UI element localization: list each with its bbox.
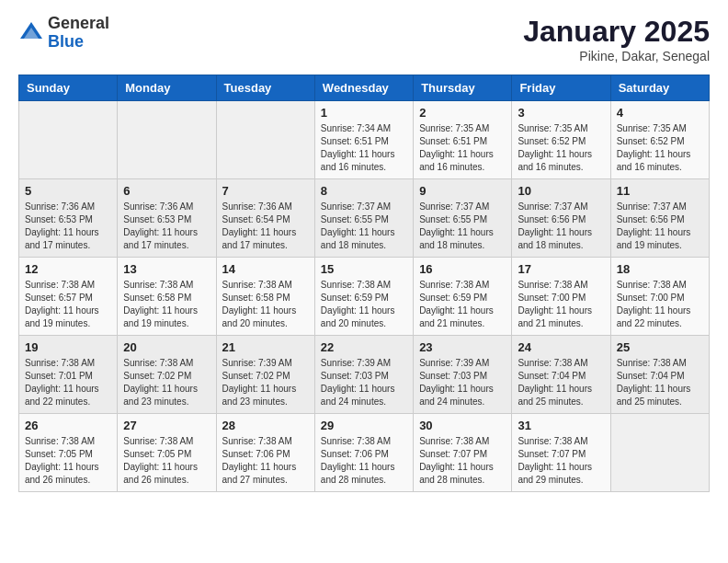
day-number: 27	[123, 419, 210, 432]
calendar: Sunday Monday Tuesday Wednesday Thursday…	[18, 75, 710, 492]
calendar-week-row: 1Sunrise: 7:34 AM Sunset: 6:51 PM Daylig…	[19, 101, 710, 179]
day-info: Sunrise: 7:34 AM Sunset: 6:51 PM Dayligh…	[321, 122, 407, 174]
day-info: Sunrise: 7:38 AM Sunset: 7:07 PM Dayligh…	[518, 435, 604, 487]
logo-icon	[18, 20, 44, 46]
table-row: 13Sunrise: 7:38 AM Sunset: 6:58 PM Dayli…	[118, 258, 216, 336]
day-number: 10	[518, 184, 604, 198]
day-number: 30	[419, 419, 506, 432]
day-number: 4	[617, 106, 703, 120]
day-number: 18	[617, 262, 703, 276]
table-row: 10Sunrise: 7:37 AM Sunset: 6:56 PM Dayli…	[512, 179, 610, 258]
day-info: Sunrise: 7:38 AM Sunset: 7:07 PM Dayligh…	[419, 435, 506, 487]
day-info: Sunrise: 7:38 AM Sunset: 6:59 PM Dayligh…	[321, 279, 407, 330]
day-number: 21	[222, 340, 309, 354]
table-row	[610, 414, 709, 492]
day-info: Sunrise: 7:38 AM Sunset: 7:05 PM Dayligh…	[25, 435, 111, 487]
day-info: Sunrise: 7:35 AM Sunset: 6:51 PM Dayligh…	[419, 122, 506, 174]
day-number: 6	[123, 184, 210, 198]
day-number: 19	[25, 340, 111, 354]
table-row: 30Sunrise: 7:38 AM Sunset: 7:07 PM Dayli…	[414, 414, 512, 492]
day-info: Sunrise: 7:36 AM Sunset: 6:54 PM Dayligh…	[222, 201, 309, 252]
table-row: 26Sunrise: 7:38 AM Sunset: 7:05 PM Dayli…	[19, 414, 118, 492]
day-info: Sunrise: 7:39 AM Sunset: 7:02 PM Dayligh…	[222, 357, 309, 408]
day-number: 14	[222, 262, 309, 276]
day-number: 12	[25, 262, 111, 276]
day-number: 1	[321, 106, 407, 120]
day-number: 15	[321, 262, 407, 276]
table-row: 1Sunrise: 7:34 AM Sunset: 6:51 PM Daylig…	[314, 101, 413, 179]
day-info: Sunrise: 7:37 AM Sunset: 6:55 PM Dayligh…	[419, 201, 506, 252]
col-thursday: Thursday	[414, 75, 512, 101]
day-number: 28	[222, 419, 309, 432]
day-number: 2	[419, 106, 506, 120]
table-row: 14Sunrise: 7:38 AM Sunset: 6:58 PM Dayli…	[216, 258, 314, 336]
table-row: 24Sunrise: 7:38 AM Sunset: 7:04 PM Dayli…	[512, 336, 610, 414]
table-row: 5Sunrise: 7:36 AM Sunset: 6:53 PM Daylig…	[19, 179, 118, 258]
table-row	[19, 101, 118, 179]
day-number: 23	[419, 340, 506, 354]
table-row: 29Sunrise: 7:38 AM Sunset: 7:06 PM Dayli…	[314, 414, 413, 492]
logo-blue-text: Blue	[48, 32, 84, 51]
table-row	[118, 101, 216, 179]
table-row: 6Sunrise: 7:36 AM Sunset: 6:53 PM Daylig…	[118, 179, 216, 258]
table-row: 15Sunrise: 7:38 AM Sunset: 6:59 PM Dayli…	[314, 258, 413, 336]
day-info: Sunrise: 7:35 AM Sunset: 6:52 PM Dayligh…	[617, 122, 703, 174]
day-number: 9	[419, 184, 506, 198]
day-info: Sunrise: 7:38 AM Sunset: 6:57 PM Dayligh…	[25, 279, 111, 330]
day-info: Sunrise: 7:36 AM Sunset: 6:53 PM Dayligh…	[123, 201, 210, 252]
table-row: 3Sunrise: 7:35 AM Sunset: 6:52 PM Daylig…	[512, 101, 610, 179]
day-number: 25	[617, 340, 703, 354]
col-wednesday: Wednesday	[314, 75, 413, 101]
day-number: 11	[617, 184, 703, 198]
day-number: 24	[518, 340, 604, 354]
table-row: 23Sunrise: 7:39 AM Sunset: 7:03 PM Dayli…	[414, 336, 512, 414]
col-friday: Friday	[512, 75, 610, 101]
table-row: 18Sunrise: 7:38 AM Sunset: 7:00 PM Dayli…	[610, 258, 709, 336]
table-row: 22Sunrise: 7:39 AM Sunset: 7:03 PM Dayli…	[314, 336, 413, 414]
day-info: Sunrise: 7:36 AM Sunset: 6:53 PM Dayligh…	[25, 201, 111, 252]
day-number: 20	[123, 340, 210, 354]
day-number: 7	[222, 184, 309, 198]
calendar-week-row: 26Sunrise: 7:38 AM Sunset: 7:05 PM Dayli…	[19, 414, 710, 492]
day-info: Sunrise: 7:35 AM Sunset: 6:52 PM Dayligh…	[518, 122, 604, 174]
calendar-week-row: 19Sunrise: 7:38 AM Sunset: 7:01 PM Dayli…	[19, 336, 710, 414]
table-row: 31Sunrise: 7:38 AM Sunset: 7:07 PM Dayli…	[512, 414, 610, 492]
table-row: 20Sunrise: 7:38 AM Sunset: 7:02 PM Dayli…	[118, 336, 216, 414]
day-info: Sunrise: 7:38 AM Sunset: 6:59 PM Dayligh…	[419, 279, 506, 330]
day-info: Sunrise: 7:38 AM Sunset: 7:04 PM Dayligh…	[518, 357, 604, 408]
day-info: Sunrise: 7:39 AM Sunset: 7:03 PM Dayligh…	[419, 357, 506, 408]
day-number: 16	[419, 262, 506, 276]
table-row	[216, 101, 314, 179]
calendar-header-row: Sunday Monday Tuesday Wednesday Thursday…	[19, 75, 710, 101]
table-row: 27Sunrise: 7:38 AM Sunset: 7:05 PM Dayli…	[118, 414, 216, 492]
day-info: Sunrise: 7:38 AM Sunset: 7:06 PM Dayligh…	[321, 435, 407, 487]
table-row: 8Sunrise: 7:37 AM Sunset: 6:55 PM Daylig…	[314, 179, 413, 258]
location-subtitle: Pikine, Dakar, Senegal	[523, 49, 710, 63]
table-row: 19Sunrise: 7:38 AM Sunset: 7:01 PM Dayli…	[19, 336, 118, 414]
day-info: Sunrise: 7:37 AM Sunset: 6:56 PM Dayligh…	[518, 201, 604, 252]
table-row: 17Sunrise: 7:38 AM Sunset: 7:00 PM Dayli…	[512, 258, 610, 336]
day-number: 5	[25, 184, 111, 198]
table-row: 16Sunrise: 7:38 AM Sunset: 6:59 PM Dayli…	[414, 258, 512, 336]
day-info: Sunrise: 7:37 AM Sunset: 6:55 PM Dayligh…	[321, 201, 407, 252]
header: General Blue January 2025 Pikine, Dakar,…	[18, 15, 710, 63]
table-row: 4Sunrise: 7:35 AM Sunset: 6:52 PM Daylig…	[610, 101, 709, 179]
day-info: Sunrise: 7:38 AM Sunset: 7:02 PM Dayligh…	[123, 357, 210, 408]
logo-general-text: General	[48, 14, 109, 32]
day-number: 13	[123, 262, 210, 276]
day-info: Sunrise: 7:38 AM Sunset: 7:04 PM Dayligh…	[617, 357, 703, 408]
table-row: 28Sunrise: 7:38 AM Sunset: 7:06 PM Dayli…	[216, 414, 314, 492]
day-number: 8	[321, 184, 407, 198]
calendar-week-row: 5Sunrise: 7:36 AM Sunset: 6:53 PM Daylig…	[19, 179, 710, 258]
day-number: 22	[321, 340, 407, 354]
day-info: Sunrise: 7:38 AM Sunset: 7:05 PM Dayligh…	[123, 435, 210, 487]
table-row: 7Sunrise: 7:36 AM Sunset: 6:54 PM Daylig…	[216, 179, 314, 258]
title-block: January 2025 Pikine, Dakar, Senegal	[523, 15, 710, 63]
table-row: 21Sunrise: 7:39 AM Sunset: 7:02 PM Dayli…	[216, 336, 314, 414]
day-number: 31	[518, 419, 604, 432]
day-info: Sunrise: 7:38 AM Sunset: 7:06 PM Dayligh…	[222, 435, 309, 487]
day-number: 26	[25, 419, 111, 432]
table-row: 12Sunrise: 7:38 AM Sunset: 6:57 PM Dayli…	[19, 258, 118, 336]
table-row: 11Sunrise: 7:37 AM Sunset: 6:56 PM Dayli…	[610, 179, 709, 258]
month-title: January 2025	[523, 15, 710, 49]
